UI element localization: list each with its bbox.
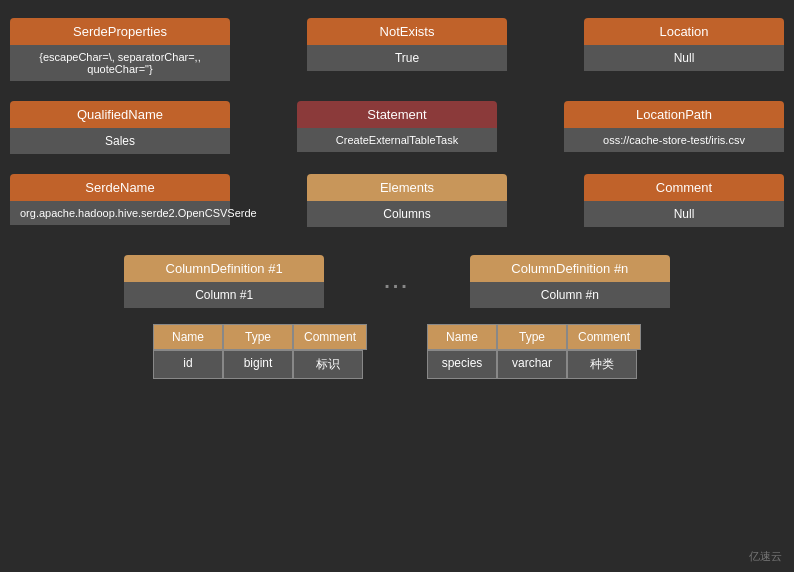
elements-value: Columns (307, 201, 507, 227)
not-exists-value: True (307, 45, 507, 71)
mini-table-2-col-type: Type (497, 324, 567, 350)
serde-properties-value: {escapeChar=\, separatorChar=,, quoteCha… (10, 45, 230, 81)
mini-table-2-val-type: varchar (497, 350, 567, 379)
mini-table-2: Name Type Comment species varchar 种类 (427, 324, 641, 379)
row2: QualifiedName Sales Statement CreateExte… (10, 101, 784, 154)
mini-table-1-col-name: Name (153, 324, 223, 350)
qualified-name-header: QualifiedName (10, 101, 230, 128)
serde-properties-node: SerdeProperties {escapeChar=\, separator… (10, 18, 230, 81)
ellipsis: ... (384, 270, 410, 293)
comment-header: Comment (584, 174, 784, 201)
mini-table-2-col-comment: Comment (567, 324, 641, 350)
mini-table-2-header: Name Type Comment (427, 324, 641, 350)
location-path-node: LocationPath oss://cache-store-test/iris… (564, 101, 784, 154)
location-value: Null (584, 45, 784, 71)
not-exists-node: NotExists True (307, 18, 507, 81)
mini-table-2-val-comment: 种类 (567, 350, 637, 379)
elements-node: Elements Columns (307, 174, 507, 227)
comment-node: Comment Null (584, 174, 784, 227)
mini-table-1-val-comment: 标识 (293, 350, 363, 379)
mini-table-1-val-name: id (153, 350, 223, 379)
not-exists-header: NotExists (307, 18, 507, 45)
mini-table-1-val-type: bigint (223, 350, 293, 379)
mini-table-2-row-1: species varchar 种类 (427, 350, 641, 379)
location-node: Location Null (584, 18, 784, 81)
row3: SerdeName org.apache.hadoop.hive.serde2.… (10, 174, 784, 227)
serde-name-node: SerdeName org.apache.hadoop.hive.serde2.… (10, 174, 230, 227)
col-def-n-value: Column #n (470, 282, 670, 308)
col-def-1-header: ColumnDefinition #1 (124, 255, 324, 282)
mini-table-1: Name Type Comment id bigint 标识 (153, 324, 367, 379)
row4: ColumnDefinition #1 Column #1 ... Column… (10, 255, 784, 308)
col-def-n-node: ColumnDefinition #n Column #n (470, 255, 670, 308)
row1: SerdeProperties {escapeChar=\, separator… (10, 18, 784, 81)
location-path-header: LocationPath (564, 101, 784, 128)
serde-name-value: org.apache.hadoop.hive.serde2.OpenCSVSer… (10, 201, 230, 225)
qualified-name-node: QualifiedName Sales (10, 101, 230, 154)
serde-name-header: SerdeName (10, 174, 230, 201)
location-path-value: oss://cache-store-test/iris.csv (564, 128, 784, 152)
comment-value: Null (584, 201, 784, 227)
row5: Name Type Comment id bigint 标识 Name Type… (10, 324, 784, 379)
mini-table-1-col-comment: Comment (293, 324, 367, 350)
serde-properties-header: SerdeProperties (10, 18, 230, 45)
location-header: Location (584, 18, 784, 45)
mini-table-1-col-type: Type (223, 324, 293, 350)
elements-header: Elements (307, 174, 507, 201)
col-def-1-value: Column #1 (124, 282, 324, 308)
watermark: 亿速云 (749, 549, 782, 564)
qualified-name-value: Sales (10, 128, 230, 154)
mini-table-1-row-1: id bigint 标识 (153, 350, 367, 379)
diagram-container: SerdeProperties {escapeChar=\, separator… (0, 0, 794, 572)
col-def-1-node: ColumnDefinition #1 Column #1 (124, 255, 324, 308)
mini-table-1-header: Name Type Comment (153, 324, 367, 350)
statement-node: Statement CreateExternalTableTask (297, 101, 497, 154)
statement-header: Statement (297, 101, 497, 128)
col-def-n-header: ColumnDefinition #n (470, 255, 670, 282)
mini-table-2-val-name: species (427, 350, 497, 379)
statement-value: CreateExternalTableTask (297, 128, 497, 152)
mini-table-2-col-name: Name (427, 324, 497, 350)
